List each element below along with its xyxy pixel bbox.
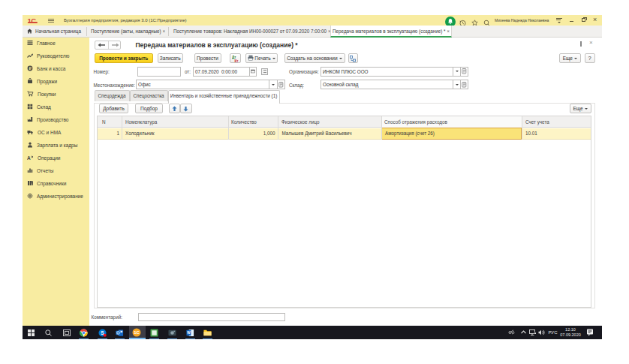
svg-text:Кт: Кт	[235, 59, 239, 62]
svg-text:1С: 1С	[134, 330, 140, 335]
svg-text:W: W	[187, 331, 191, 335]
svg-text:А: А	[27, 155, 31, 161]
